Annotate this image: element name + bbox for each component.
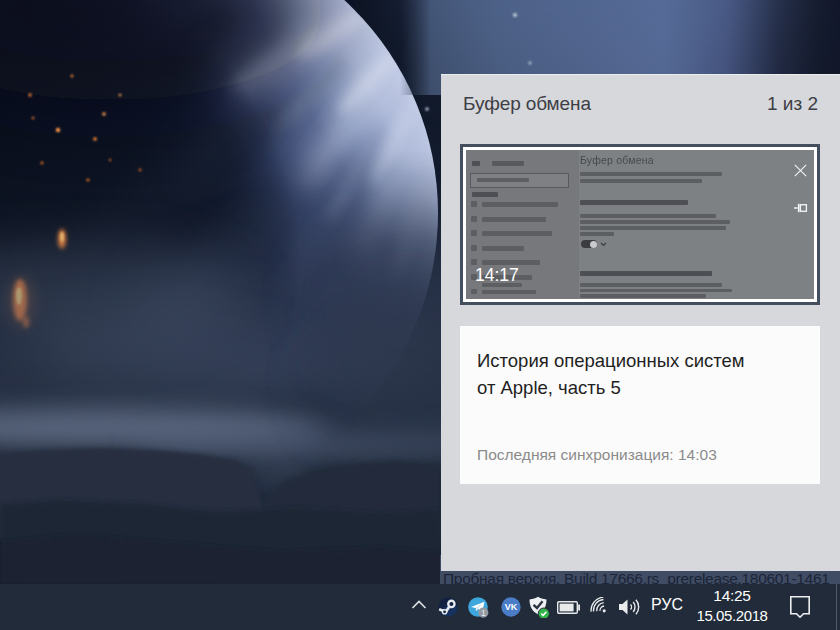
svg-text:1: 1 [481, 608, 486, 618]
svg-text:VK: VK [505, 602, 518, 612]
